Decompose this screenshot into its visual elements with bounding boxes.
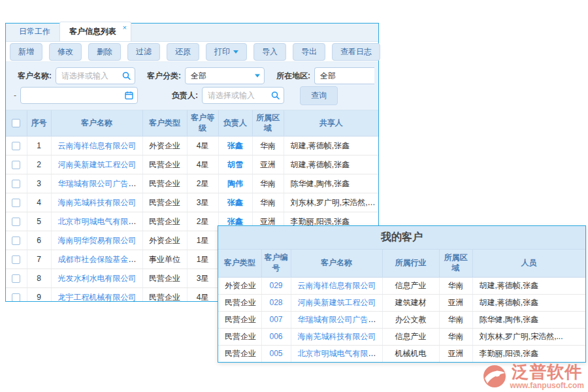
add-button[interactable]: 新增 [10,43,42,61]
customer-level-cell: 4星 [187,137,218,155]
my-customer-row: 民营企业 006 海南芜城科技有限公司 信息产业 华南 刘东林,罗广明,宋浩然,… [218,328,585,345]
customer-row: 1 云南海祥信息有限公司 外资企业 4星 张鑫 华南 胡建,蒋德帧,张鑫 [6,137,378,155]
owner-link[interactable]: 胡雪 [227,160,243,169]
customer-name-link[interactable]: 北京市明城电气有限公司 [58,217,143,226]
delete-button[interactable]: 删除 [88,43,121,61]
industry-cell: 信息产业 [382,328,439,345]
calendar-icon[interactable] [125,91,133,100]
row-checkbox[interactable] [12,293,20,301]
customer-name-link[interactable]: 光发水利水电有限公司 [58,274,137,283]
customer-name-link[interactable]: 华瑞城有限公司广告设计部 [58,179,143,188]
customer-type-cell: 民营企业 [142,193,187,212]
query-button[interactable]: 查询 [300,86,338,105]
date-input[interactable] [21,88,137,103]
customer-name-link[interactable]: 华瑞城有限公司广告设计部 [298,315,383,324]
my-customers-table-wrap: 客户类型 客户编号 客户名称 所属行业 所属区域 人员 外资企业 029 云南海… [218,250,585,362]
customer-type-cell: 民营企业 [218,328,261,345]
customer-category-select[interactable]: 全部 [185,67,265,84]
region-cell: 华南 [439,328,472,345]
close-icon[interactable]: × [123,24,127,31]
import-button[interactable]: 导入 [253,43,286,61]
owner-link[interactable]: 张鑫 [227,198,243,207]
row-checkbox[interactable] [12,255,20,264]
customer-level-cell: 1星 [187,250,218,269]
col-header-name: 客户名称 [291,250,382,277]
my-customers-table: 客户类型 客户编号 客户名称 所属行业 所属区域 人员 外资企业 029 云南海… [218,250,585,362]
owner-link[interactable]: 张鑫 [227,141,243,150]
customer-code-link[interactable]: 006 [269,332,282,341]
edit-button[interactable]: 修改 [49,43,82,61]
customer-name-link[interactable]: 河南美新建筑工程公司 [298,298,376,307]
customer-name-link[interactable]: 北京市明城电气有限公司 [298,349,383,358]
row-checkbox[interactable] [12,274,20,283]
customer-name-link[interactable]: 云南海祥信息有限公司 [298,281,376,290]
customer-level-cell: 1星 [187,231,218,250]
customer-name-link[interactable]: 云南海祥信息有限公司 [58,141,137,150]
customer-name-link[interactable]: 海南明华贸易有限公司 [58,236,137,245]
region-cell: 亚洲 [439,345,472,362]
restore-button[interactable]: 还原 [167,43,199,61]
view-log-button[interactable]: 查看日志 [332,43,380,61]
customer-name-link[interactable]: 成都市社会保险基金管理... [58,255,143,264]
region-select[interactable]: 全部 [314,67,374,84]
row-checkbox[interactable] [12,142,20,150]
col-header-owner: 负责人 [218,110,252,137]
shared-with-cell: 刘东林,罗广明,宋浩然,张鑫 [284,193,378,212]
customer-code-link[interactable]: 029 [269,281,282,290]
col-header-code: 客户编号 [261,250,291,277]
row-checkbox[interactable] [12,218,20,226]
col-header-customer-level: 客户等级 [187,110,218,137]
shared-with-cell: 胡建,蒋德帧,张鑫 [284,155,378,174]
industry-cell: 建筑建材 [382,294,439,311]
row-checkbox[interactable] [12,161,20,169]
customer-type-cell: 外资企业 [142,137,187,155]
row-index: 1 [27,137,51,155]
filter-button[interactable]: 过滤 [127,43,160,61]
row-index: 2 [27,155,51,174]
industry-cell: 办公文教 [382,311,439,328]
customer-code-link[interactable]: 005 [269,349,282,358]
tab-customer-info-list[interactable]: 客户信息列表 × [59,22,131,41]
customer-type-cell: 民营企业 [218,294,261,311]
customer-level-cell: 4星 [187,155,218,174]
row-index: 5 [27,212,51,231]
owner-link[interactable]: 张鑫 [227,217,243,226]
customer-type-cell: 民营企业 [142,212,187,231]
tab-daily-work[interactable]: 日常工作 [10,22,59,41]
customer-table-header-row: 序号 客户名称 客户类型 客户等级 负责人 所属区域 共享人 [6,110,378,137]
print-button[interactable]: 打印 [206,43,247,61]
owner-filter-label: 负责人: [172,90,198,101]
customer-code-link[interactable]: 028 [269,298,282,307]
select-all-checkbox[interactable] [12,119,20,127]
tab-customer-info-list-label: 客户信息列表 [69,27,116,36]
customer-level-cell: 3星 [187,269,218,288]
row-index: 6 [27,231,51,250]
chevron-down-icon [233,50,238,54]
export-button[interactable]: 导出 [293,43,325,61]
fanpu-logo-text: 泛普软件 [512,363,582,380]
row-checkbox[interactable] [12,237,20,245]
print-button-label: 打印 [214,46,230,57]
chevron-down-icon [255,74,260,78]
my-customers-panel: 我的客户 客户类型 客户编号 客户名称 所属行业 所属区域 人员 [218,225,586,363]
fanpu-logo-url: www.fanpusoft.com [510,382,584,389]
customer-code-link[interactable]: 007 [269,315,282,324]
my-customer-row: 民营企业 005 北京市明城电气有限公司 机械机电 亚洲 李勤丽,阳强,张鑫 [218,345,585,362]
customer-row: 4 海南芜城科技有限公司 民营企业 3星 张鑫 华南 刘东林,罗广明,宋浩然,张… [6,193,378,212]
row-checkbox[interactable] [12,180,20,188]
customer-type-cell: 事业单位 [142,250,187,269]
customer-name-link[interactable]: 海南芜城科技有限公司 [58,198,137,207]
col-header-industry: 所属行业 [382,250,439,277]
search-icon[interactable] [271,91,280,100]
region-cell: 亚洲 [439,294,472,311]
toolbar: 新增 修改 删除 过滤 还原 打印 导入 导出 查看日志 [6,42,378,62]
row-checkbox[interactable] [12,199,20,207]
search-icon[interactable] [122,72,131,80]
col-header-staff: 人员 [472,250,585,277]
owner-link[interactable]: 陶伟 [227,179,243,188]
customer-name-link[interactable]: 龙宇工程机械有限公司 [58,293,137,301]
my-customer-row: 民营企业 028 河南美新建筑工程公司 建筑建材 亚洲 胡建,蒋德帧,张鑫 [218,294,585,311]
customer-name-link[interactable]: 海南芜城科技有限公司 [298,332,376,341]
customer-name-link[interactable]: 河南美新建筑工程公司 [58,160,137,169]
customer-type-cell: 民营企业 [218,311,261,328]
